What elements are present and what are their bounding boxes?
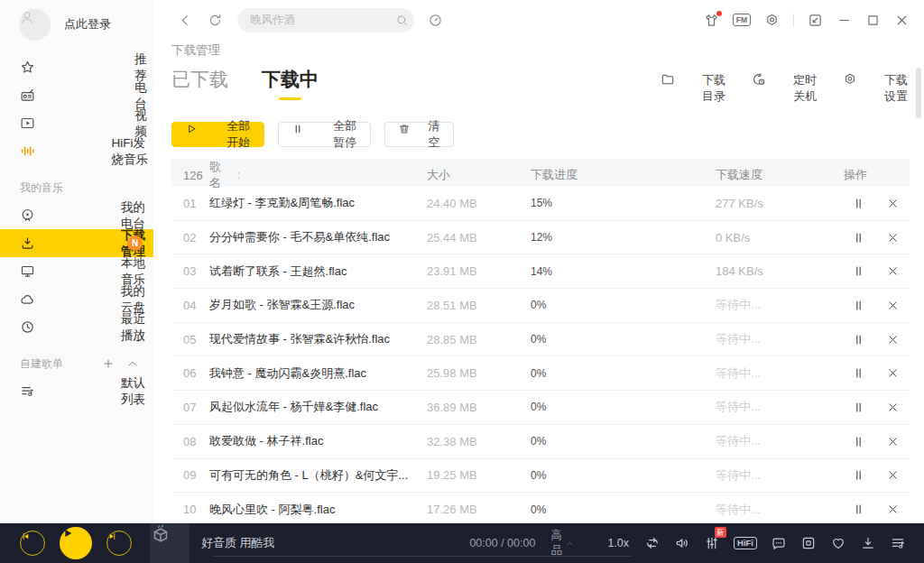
maximize-button[interactable] [865, 13, 881, 28]
sidebar-item-download-manager[interactable]: 下载管理 N [0, 229, 153, 257]
playback-speed-button[interactable]: 1.0x [607, 537, 629, 549]
row-size: 28.51 MB [427, 299, 531, 312]
row-cancel-button[interactable] [886, 333, 900, 346]
row-pause-button[interactable] [852, 231, 865, 245]
equalizer-icon[interactable]: 新 [704, 535, 720, 551]
hifi-quality-button[interactable]: HiFi [734, 537, 757, 550]
pause-icon [852, 299, 865, 312]
search-input[interactable] [250, 14, 395, 26]
sidebar-item-video[interactable]: 视频 [0, 109, 153, 137]
download-icon[interactable] [860, 535, 876, 551]
row-song-name[interactable]: 晚风心里吹 - 阿梨粤.flac [209, 502, 427, 518]
row-speed: 277 KB/s [716, 197, 844, 210]
row-song-name[interactable]: 分分钟需要你 - 毛不易&单依纯.flac [209, 229, 427, 245]
row-speed: 等待中... [716, 365, 844, 382]
clear-button[interactable]: 清空 [384, 122, 454, 147]
divider [793, 14, 794, 27]
row-speed: 等待中... [716, 467, 844, 484]
minimize-button[interactable] [836, 13, 852, 28]
sort-icon[interactable] [234, 171, 427, 180]
tab-downloading[interactable]: 下载中 [262, 67, 319, 100]
loop-mode-icon[interactable] [644, 535, 661, 551]
add-playlist-icon[interactable] [102, 357, 115, 370]
row-cancel-button[interactable] [886, 197, 900, 210]
row-song-name[interactable]: 可有可无的角色 - L（桃籽）&何文宇... [209, 467, 427, 484]
topbar: FM [153, 0, 924, 40]
row-pause-button[interactable] [852, 468, 865, 482]
volume-icon[interactable] [674, 535, 690, 551]
comment-lyrics-icon[interactable] [771, 535, 787, 551]
player-icons: 新 HiFi [644, 535, 906, 551]
row-pause-button[interactable] [852, 435, 865, 448]
row-cancel-button[interactable] [886, 231, 900, 245]
row-song-name[interactable]: 我钟意 - 魔动闪霸&炎明熹.flac [209, 365, 427, 382]
row-pause-button[interactable] [852, 299, 865, 312]
row-song-name[interactable]: 红绿灯 - 李克勤&周笔畅.flac [209, 195, 427, 211]
download-settings-button[interactable]: 下载设置 [843, 72, 910, 105]
favorite-icon[interactable] [830, 535, 846, 551]
login-area[interactable]: 点此登录 [0, 6, 153, 42]
main-content: FM 下载管理 已下载 下载中 [153, 0, 924, 523]
row-cancel-button[interactable] [886, 503, 900, 516]
row-pause-button[interactable] [852, 264, 865, 278]
play-history-icon[interactable] [800, 535, 817, 551]
tab-downloaded[interactable]: 已下载 [171, 67, 228, 92]
back-icon[interactable] [178, 13, 193, 28]
login-label[interactable]: 点此登录 [64, 16, 111, 32]
download-directory-button[interactable]: 下载目录 [661, 72, 727, 105]
row-speed: 等待中... [716, 331, 844, 347]
row-pause-button[interactable] [852, 401, 865, 414]
play-button[interactable] [60, 527, 92, 559]
row-cancel-button[interactable] [886, 366, 900, 380]
seek-bar[interactable] [214, 556, 631, 557]
search-icon[interactable] [395, 14, 409, 27]
avatar[interactable] [19, 9, 51, 41]
skin-theme-icon[interactable] [704, 13, 719, 28]
playlist-queue-icon[interactable] [890, 535, 906, 551]
row-pause-button[interactable] [852, 503, 865, 516]
row-song-name[interactable]: 现代爱情故事 - 张智霖&许秋怡.flac [209, 331, 427, 347]
table-row: 09 可有可无的角色 - L（桃籽）&何文宇... 19.25 MB 0% 等待… [171, 459, 910, 494]
scheduled-shutdown-button[interactable]: 定时关机 [752, 72, 818, 105]
pause-icon [852, 197, 865, 210]
row-song-name[interactable]: 岁月如歌 - 张智霖&王源.flac [209, 297, 427, 313]
sidebar-item-default-playlist[interactable]: 默认列表 [0, 377, 153, 405]
row-pause-button[interactable] [852, 333, 865, 346]
pause-icon [852, 435, 865, 448]
row-cancel-button[interactable] [886, 401, 900, 414]
quality-selector[interactable]: 高品 [550, 528, 584, 558]
sidebar-item-my-radio[interactable]: 我的电台 [0, 201, 153, 229]
previous-button[interactable] [20, 531, 45, 556]
sidebar-item-local-music[interactable]: 本地音乐 [0, 257, 153, 285]
start-all-button[interactable]: 全部开始 [171, 122, 264, 147]
row-cancel-button[interactable] [886, 468, 900, 482]
pause-all-button[interactable]: 全部暂停 [278, 122, 371, 147]
now-playing-title: 好音质 用酷我 [201, 535, 275, 551]
music-recognition-icon[interactable] [428, 13, 443, 28]
row-song-name[interactable]: 敢爱敢做 - 林子祥.flac [209, 433, 427, 449]
sidebar-item-recommend[interactable]: 推荐 [0, 53, 153, 81]
next-button[interactable] [106, 531, 132, 556]
row-song-name[interactable]: 试着断了联系 - 王超然.flac [209, 263, 427, 280]
column-progress: 下载进度 [531, 167, 716, 183]
row-pause-button[interactable] [852, 197, 865, 210]
sidebar-item-recent-play[interactable]: 最近播放 [0, 313, 153, 341]
collapse-chevron-icon[interactable] [126, 357, 139, 370]
scrollbar-thumb[interactable] [916, 68, 921, 118]
sidebar-item-radio[interactable]: 电台 [0, 81, 153, 109]
close-icon [886, 503, 900, 516]
search-bar[interactable] [237, 8, 414, 32]
sidebar-item-hifi[interactable]: HiFi发烧音乐 [0, 137, 153, 165]
row-pause-button[interactable] [852, 366, 865, 380]
mini-player-icon[interactable] [808, 13, 823, 28]
album-art[interactable] [150, 523, 189, 563]
settings-icon[interactable] [764, 13, 780, 28]
row-song-name[interactable]: 风起似水流年 - 杨千嬅&李健.flac [209, 399, 427, 415]
sidebar-item-cloud-disk[interactable]: 我的云盘 [0, 285, 153, 313]
row-cancel-button[interactable] [886, 435, 900, 448]
row-cancel-button[interactable] [886, 299, 900, 312]
refresh-icon[interactable] [208, 13, 223, 28]
fm-icon[interactable]: FM [733, 14, 751, 27]
close-button[interactable] [894, 13, 910, 28]
row-cancel-button[interactable] [886, 264, 900, 278]
